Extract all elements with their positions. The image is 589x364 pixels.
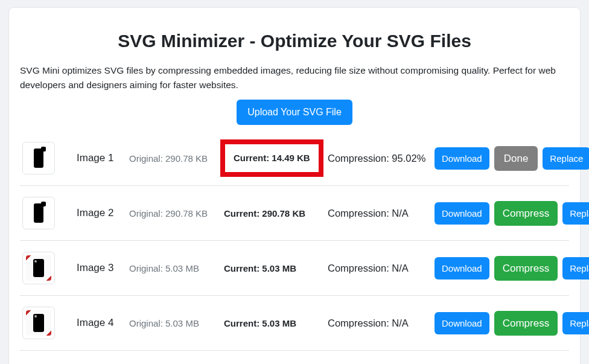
download-button[interactable]: Download (435, 147, 489, 170)
replace-button[interactable]: Replace (562, 312, 589, 334)
original-size: Original: 5.03 MB (129, 318, 217, 328)
row-actions: Download Compress Replace (435, 201, 589, 226)
replace-button[interactable]: Replace (562, 257, 589, 279)
current-size: Current: 14.49 KB (234, 153, 310, 163)
image-name: Image 4 (77, 317, 122, 329)
table-row: Image 3 Original: 5.03 MB Current: 5.03 … (20, 241, 569, 296)
thumbnail (22, 197, 55, 229)
download-button[interactable]: Download (435, 202, 489, 225)
original-size: Original: 5.03 MB (129, 263, 217, 273)
page-description: SVG Mini optimizes SVG files by compress… (20, 63, 569, 92)
compress-button[interactable]: Compress (494, 256, 558, 281)
table-row: Image 4 Original: 5.03 MB Current: 5.03 … (20, 296, 569, 351)
phone-case-icon (26, 255, 51, 281)
download-button[interactable]: Download (435, 312, 489, 334)
done-button[interactable]: Done (494, 146, 538, 171)
row-actions: Download Done Replace (435, 146, 589, 171)
row-actions: Download Compress Replace (435, 311, 589, 336)
table-row: Image 2 Original: 290.78 KB Current: 290… (20, 186, 569, 241)
compression-ratio: Compression: N/A (328, 318, 427, 329)
image-name: Image 1 (77, 152, 122, 164)
image-name: Image 3 (77, 262, 122, 274)
current-size: Current: 290.78 KB (224, 208, 305, 219)
row-actions: Download Compress Replace (435, 256, 589, 281)
compress-button[interactable]: Compress (494, 311, 558, 336)
upload-button[interactable]: Upload Your SVG File (237, 100, 352, 125)
compression-ratio: Compression: N/A (328, 263, 427, 274)
current-size: Current: 5.03 MB (224, 263, 296, 273)
thumbnail (22, 252, 55, 284)
thumbnail (22, 142, 55, 174)
main-card: SVG Minimizer - Optimize Your SVG Files … (8, 7, 581, 364)
image-name: Image 2 (77, 207, 122, 219)
image-list: Image 1 Original: 290.78 KB Current: 14.… (20, 131, 569, 351)
compress-button[interactable]: Compress (494, 201, 558, 226)
phone-icon (34, 203, 43, 223)
page-title: SVG Minimizer - Optimize Your SVG Files (20, 31, 569, 51)
current-size: Current: 5.03 MB (224, 318, 296, 328)
original-size: Original: 290.78 KB (129, 208, 217, 219)
replace-button[interactable]: Replace (562, 202, 589, 225)
compression-ratio: Compression: N/A (328, 208, 427, 219)
download-button[interactable]: Download (435, 257, 489, 279)
phone-case-icon (26, 310, 51, 336)
highlight-annotation: Current: 14.49 KB (220, 139, 323, 177)
table-row: Image 1 Original: 290.78 KB Current: 14.… (20, 131, 569, 186)
original-size: Original: 290.78 KB (129, 153, 217, 164)
compression-ratio: Compression: 95.02% (328, 153, 427, 164)
thumbnail (22, 307, 55, 339)
phone-icon (34, 148, 43, 168)
replace-button[interactable]: Replace (543, 147, 589, 170)
